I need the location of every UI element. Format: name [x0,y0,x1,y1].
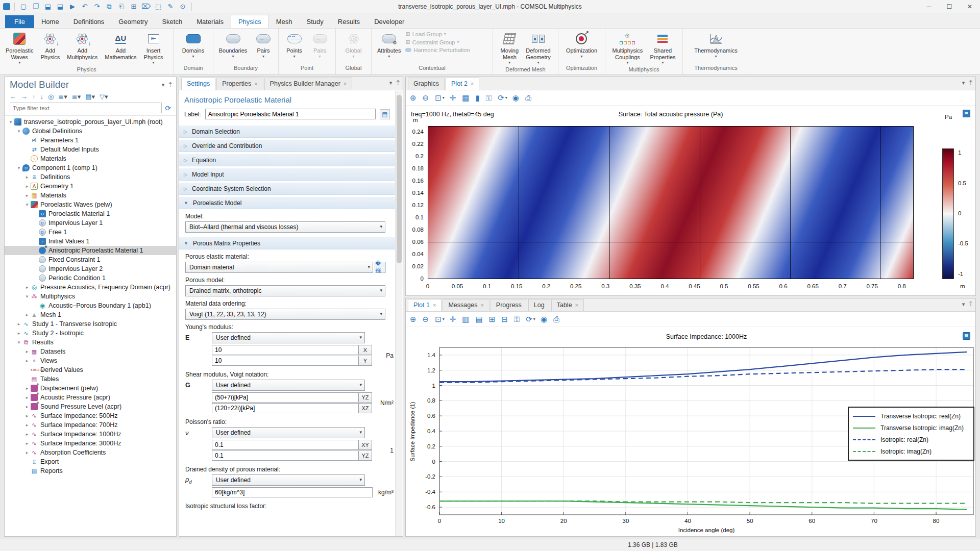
expander-icon[interactable]: ▸ [24,285,30,290]
filter-funnel-icon[interactable]: ▽▾ [100,93,108,101]
expander-icon[interactable]: ▾ [16,129,22,134]
run-icon[interactable]: ▶ [68,3,77,11]
pin-icon[interactable]: ⍑ [396,80,400,86]
ordering-select[interactable]: Voigt (11, 22, 33, 23, 13, 12) [185,309,385,320]
move-down-icon[interactable]: ↓ [40,93,44,101]
section-header-poroelastic-model[interactable]: ▼ Poroelastic Model [179,196,395,209]
tab-physics[interactable]: Physics [231,15,269,28]
poisson-xy-input[interactable] [212,440,359,450]
poisson-select[interactable]: User defined [212,427,365,438]
scrollbar-thumb[interactable] [397,95,402,263]
paste-icon[interactable]: ⎗ [117,3,126,11]
tree-node[interactable]: ▸ Surface Impedance: 3000Hz [5,439,176,448]
tree-node[interactable]: Initial Values 1 [5,237,176,246]
tab-results[interactable]: Results [331,15,367,28]
tree-node[interactable]: Materials [5,154,176,163]
youngs-select[interactable]: User defined [212,332,365,343]
pin-icon[interactable]: ⍑ [969,80,972,86]
tab-table[interactable]: Table× [551,299,584,311]
close-icon[interactable]: × [254,81,257,87]
expander-icon[interactable]: ▸ [24,312,30,317]
zoom-extents-icon[interactable]: ✛ [450,315,457,324]
zoom-box-icon[interactable]: ⊡▾ [435,93,445,103]
tab-physics-builder-manager[interactable]: Physics Builder Manager× [264,78,353,90]
tree-node[interactable]: ▸ Acoustic Pressure (acpr) [5,393,176,402]
expander-icon[interactable]: ▸ [24,349,30,354]
tree-node[interactable]: ▸ Surface Impedance: 700Hz [5,420,176,430]
expander-icon[interactable]: ▸ [24,386,30,391]
save-as-icon[interactable]: ⬓ [56,3,65,11]
tab-file[interactable]: File [5,15,34,28]
expander-icon[interactable]: ▾ [16,340,22,345]
expand-all-icon[interactable]: ≣▾ [72,93,81,101]
undo-icon[interactable]: ↶ [80,3,89,11]
boundary-pairs-button[interactable]: Pairs ▾ [252,30,275,60]
tree-node[interactable]: ▸ Surface Impedance: 500Hz [5,411,176,420]
pin-icon[interactable]: ⍑ [969,301,972,308]
expander-icon[interactable]: ▸ [24,404,30,409]
expander-icon[interactable]: ▸ [24,395,30,400]
chevron-down-icon[interactable]: ▾ [962,301,965,308]
show-icon[interactable]: ◎ [48,93,54,101]
expander-icon[interactable]: ▸ [24,193,30,198]
table-view-icon[interactable]: ▤ [476,315,484,324]
tab-plot-1[interactable]: Plot 1× [408,299,442,311]
tree-node[interactable]: ▾ Results [5,338,176,347]
select-box-icon[interactable]: ⬚ [154,3,163,11]
tree-node[interactable]: Anisotropic Poroelastic Material 1 [5,246,176,255]
y-axis-settings-icon[interactable]: ⊟ [501,315,509,324]
density-select[interactable]: User defined [212,474,365,486]
attributes-button[interactable]: Attributes ▾ [375,30,403,60]
tree-node[interactable]: Derived Values [5,365,176,374]
tab-home[interactable]: Home [34,15,66,28]
tab-progress[interactable]: Progress [491,299,527,311]
add-physics-button[interactable]: ↓AddPhysics [38,30,62,62]
tab-graphics[interactable]: Graphics [408,78,445,90]
expander-icon[interactable]: ▸ [24,174,30,180]
tree-node[interactable]: Poroelastic Material 1 [5,209,176,218]
optimization-button[interactable]: Optimization ▾ [564,30,600,60]
section-header[interactable]: ▷ Domain Selection [179,125,395,138]
tab-log[interactable]: Log [528,299,550,311]
lock-axes-icon[interactable]: ⚿ [486,93,493,103]
close-icon[interactable]: × [471,81,474,87]
tree-filter-input[interactable] [10,103,162,113]
tree-node[interactable]: Default Model Inputs [5,145,176,154]
tree-node[interactable]: Reports [5,466,176,475]
add-mathematics-button[interactable]: ΔUAddMathematics [102,30,139,62]
tree-node[interactable]: Impervious Layer 1 [5,218,176,228]
section-header[interactable]: ▷ Coordinate System Selection [179,182,395,195]
close-icon[interactable]: × [344,81,347,87]
section-header[interactable]: ▷ Equation [179,154,395,166]
expander-icon[interactable]: ▾ [24,294,30,299]
multiphysics-couplings-button[interactable]: MultiphysicsCouplings ▾ [609,30,645,66]
tree-node[interactable]: ▸ Pressure Acoustics, Frequency Domain (… [5,283,176,292]
tree-node[interactable]: ▸ Geometry 1 [5,182,176,191]
density-input[interactable] [212,487,373,497]
tree-node[interactable]: ▸ Absorption Coefficients [5,448,176,457]
poroelastic-waves-button[interactable]: PoroelasticWaves ▾ [3,30,36,66]
shear-yz-input[interactable] [212,392,359,403]
tree-node[interactable]: ▸ Study 2 - Isotropic [5,329,176,338]
porous-model-select[interactable]: Drained matrix, orthotropic [185,285,385,296]
detach-plot-icon[interactable] [963,110,970,117]
tree-node[interactable]: ▾ transverse_isotropic_porous_layer_UI.m… [5,117,176,127]
new-file-icon[interactable]: ▢ [19,3,28,11]
lock-axes-icon[interactable]: ⚿ [514,315,521,324]
snapshot-icon[interactable]: ◉ [512,93,520,103]
forward-icon[interactable]: → [21,93,28,101]
tab-mesh[interactable]: Mesh [269,15,300,28]
redo-icon[interactable]: ↷ [92,3,102,11]
x-axis-settings-icon[interactable]: ⊞ [489,315,497,324]
bar-view-icon[interactable]: ▥ [462,315,470,324]
points-button[interactable]: Points ▾ [283,30,306,60]
shared-properties-button[interactable]: SharedProperties ▾ [647,30,678,66]
zoom-in-icon[interactable]: ⊕ [410,315,418,324]
tree-node[interactable]: Acoustic–Porous Boundary 1 (apb1) [5,301,176,310]
tab-properties[interactable]: Properties× [216,78,263,90]
expander-icon[interactable]: ▸ [24,413,30,418]
tab-developer[interactable]: Developer [367,15,411,28]
rename-icon[interactable]: ▤ [380,109,390,119]
chevron-down-icon[interactable]: ▾ [962,80,965,86]
tree-node[interactable]: Periodic Condition 1 [5,273,176,283]
